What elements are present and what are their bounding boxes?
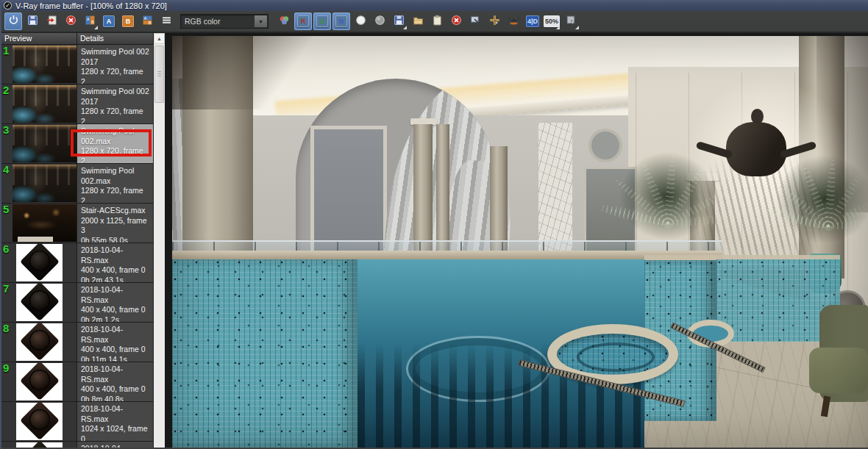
clear-icon bbox=[65, 15, 77, 29]
green-channel-button[interactable]: G bbox=[313, 12, 331, 30]
history-title: Swimming Pool 002 2017 bbox=[81, 87, 149, 107]
mono-channel-button[interactable] bbox=[352, 12, 369, 30]
history-title: 2018-10-04-RS.max bbox=[81, 364, 149, 384]
history-row-number: 2 bbox=[3, 85, 9, 96]
render-last-button[interactable] bbox=[505, 12, 522, 30]
open-folder-button[interactable] bbox=[409, 12, 427, 30]
history-details-cell[interactable]: 2018-10-04-RS.max 1024 x 1024, frame 0 0… bbox=[77, 402, 153, 441]
history-row[interactable]: 4 Swimming Pool 002.max 1280 x 720, fram… bbox=[1, 164, 153, 204]
history-thumbnail bbox=[13, 85, 77, 123]
history-thumbnail bbox=[16, 363, 63, 400]
set-image-a-button[interactable]: A bbox=[100, 12, 118, 30]
column-header-details[interactable]: Details bbox=[77, 33, 153, 44]
history-details-cell[interactable]: Stair-ACEScg.max 2000 x 1125, frame 3 0h… bbox=[77, 204, 153, 243]
ab-compare-horizontal-button[interactable]: AB bbox=[138, 12, 156, 30]
history-row-number: 6 bbox=[3, 243, 9, 255]
duplicate-to-host-button[interactable] bbox=[466, 12, 484, 30]
history-details-cell[interactable]: 2018-10-04-RS.max 400 x 400, frame 0 0h … bbox=[77, 323, 153, 362]
ab-compare-vertical-button[interactable]: AB bbox=[81, 12, 99, 30]
history-title: Stair-ACEScg.max bbox=[81, 206, 149, 216]
history-row[interactable]: 9 2018-10-04-RS.max 400 x 400, frame 0 0… bbox=[1, 362, 153, 402]
history-thumbnail bbox=[16, 323, 63, 361]
save-dropdown-button[interactable] bbox=[390, 12, 408, 30]
svg-text:A: A bbox=[86, 16, 89, 21]
compare-4d-button[interactable]: 4|D bbox=[524, 12, 541, 30]
alpha-channel-button[interactable] bbox=[371, 12, 388, 30]
dropdown-corner-icon bbox=[403, 26, 407, 29]
history-row[interactable]: 6 2018-10-04-RS.max 400 x 400, frame 0 0… bbox=[1, 243, 153, 283]
channel-select[interactable]: RGB color ▼ bbox=[180, 14, 268, 29]
history-row[interactable]: 2018-10-04-RS.max bbox=[1, 442, 153, 448]
mosaic-pillar-left bbox=[172, 259, 357, 448]
history-thumbnail-cell[interactable]: 4 bbox=[1, 164, 77, 203]
right-shadow bbox=[817, 36, 868, 212]
clear-image-button[interactable] bbox=[62, 12, 79, 30]
history-resolution: 1024 x 1024, frame 0 bbox=[81, 424, 149, 441]
history-row[interactable]: 2018-10-04-RS.max 1024 x 1024, frame 0 0… bbox=[1, 402, 153, 442]
rgb-icon bbox=[279, 15, 290, 29]
track-mouse-button[interactable] bbox=[485, 12, 503, 30]
history-details-cell[interactable]: Swimming Pool 002 2017 1280 x 720, frame… bbox=[77, 85, 153, 123]
history-row[interactable]: 3 Swimming Pool 002.max 1280 x 720, fram… bbox=[1, 124, 153, 164]
history-resolution: 1280 x 720, frame 2 bbox=[81, 186, 149, 203]
history-thumbnail-cell[interactable]: 7 bbox=[1, 283, 77, 322]
history-thumbnail-cell[interactable]: 2 bbox=[1, 85, 77, 123]
history-thumbnail-cell[interactable]: 6 bbox=[1, 243, 77, 282]
history-title: 2018-10-04-RS.max bbox=[81, 444, 149, 448]
history-row[interactable]: 1 Swimming Pool 002 2017 1280 x 720, fra… bbox=[1, 45, 153, 85]
title-bar[interactable]: ✓ V-Ray frame buffer - [100% of 1280 x 7… bbox=[1, 0, 868, 11]
history-thumbnail bbox=[13, 204, 77, 242]
toolbar: ABABAB RGB color ▼ RGB4|D50% bbox=[1, 11, 868, 33]
history-details-cell[interactable]: Swimming Pool 002.max 1280 x 720, frame … bbox=[77, 164, 153, 203]
history-details-cell[interactable]: Swimming Pool 002 2017 1280 x 720, frame… bbox=[77, 45, 153, 84]
history-thumbnail-cell[interactable]: 9 bbox=[1, 362, 77, 401]
history-thumbnail-cell[interactable] bbox=[1, 442, 77, 448]
scroll-up-icon[interactable]: ▲ bbox=[154, 33, 165, 44]
history-row[interactable]: 2 Swimming Pool 002 2017 1280 x 720, fra… bbox=[1, 85, 153, 124]
zoom-level-button[interactable]: 50% bbox=[543, 12, 561, 30]
column-header-preview[interactable]: Preview bbox=[1, 33, 77, 44]
load-image-button[interactable] bbox=[43, 12, 60, 30]
history-thumbnail bbox=[13, 125, 77, 162]
history-rows: 1 Swimming Pool 002 2017 1280 x 720, fra… bbox=[1, 45, 153, 448]
history-row-number: 3 bbox=[3, 124, 9, 136]
history-details-cell[interactable]: 2018-10-04-RS.max 400 x 400, frame 0 0h … bbox=[77, 362, 153, 401]
history-row[interactable]: 8 2018-10-04-RS.max 400 x 400, frame 0 0… bbox=[1, 323, 153, 362]
history-scrollbar[interactable]: ▲ bbox=[154, 33, 165, 448]
region-render-button[interactable] bbox=[562, 12, 580, 30]
svg-text:B: B bbox=[148, 21, 151, 25]
scrollbar-thumb[interactable] bbox=[154, 46, 164, 103]
toolbar-right-group: RGB4|D50% bbox=[274, 12, 580, 30]
svg-text:A: A bbox=[143, 15, 146, 20]
history-thumbnail-cell[interactable]: 5 bbox=[1, 204, 77, 243]
set-image-b-button[interactable]: B bbox=[119, 12, 137, 30]
history-title: 2018-10-04-RS.max bbox=[81, 245, 149, 265]
render-canvas[interactable] bbox=[172, 36, 868, 448]
history-thumbnail-cell[interactable] bbox=[1, 402, 77, 441]
history-details-cell[interactable]: 2018-10-04-RS.max 400 x 400, frame 0 0h … bbox=[77, 283, 153, 322]
save-image-button[interactable] bbox=[24, 12, 41, 30]
history-thumbnail-cell[interactable]: 8 bbox=[1, 323, 77, 362]
clear-buffer-button[interactable] bbox=[447, 12, 465, 30]
menu-button[interactable] bbox=[157, 12, 175, 30]
chevron-down-icon[interactable]: ▼ bbox=[255, 15, 267, 27]
history-details-cell[interactable]: Swimming Pool 002.max 1280 x 720, frame … bbox=[77, 124, 153, 163]
history-thumbnail-cell[interactable]: 3 bbox=[1, 124, 77, 163]
history-details-cell[interactable]: 2018-10-04-RS.max 400 x 400, frame 0 0h … bbox=[77, 243, 153, 282]
color-channels-button[interactable] bbox=[275, 12, 293, 30]
history-thumbnail-cell[interactable]: 1 bbox=[1, 45, 77, 84]
red-channel-button[interactable]: R bbox=[294, 12, 312, 30]
history-render-time: 0h 8m 40,8s bbox=[81, 395, 149, 401]
history-details-cell[interactable]: 2018-10-04-RS.max bbox=[77, 442, 153, 448]
history-row[interactable]: 5 Stair-ACEScg.max 2000 x 1125, frame 3 … bbox=[1, 204, 153, 243]
statue-head bbox=[751, 109, 764, 124]
blue-channel-button[interactable]: B bbox=[332, 12, 350, 30]
channel-select-value: RGB color bbox=[181, 17, 255, 26]
abh-icon: AB bbox=[142, 15, 153, 29]
copy-clipboard-button[interactable] bbox=[428, 12, 446, 30]
svg-text:B: B bbox=[90, 20, 93, 24]
vfb-power-button[interactable] bbox=[4, 12, 22, 30]
clip-icon bbox=[432, 15, 443, 29]
history-row[interactable]: 7 2018-10-04-RS.max 400 x 400, frame 0 0… bbox=[1, 283, 153, 323]
compare-4d-button-label: 4|D bbox=[526, 15, 539, 27]
